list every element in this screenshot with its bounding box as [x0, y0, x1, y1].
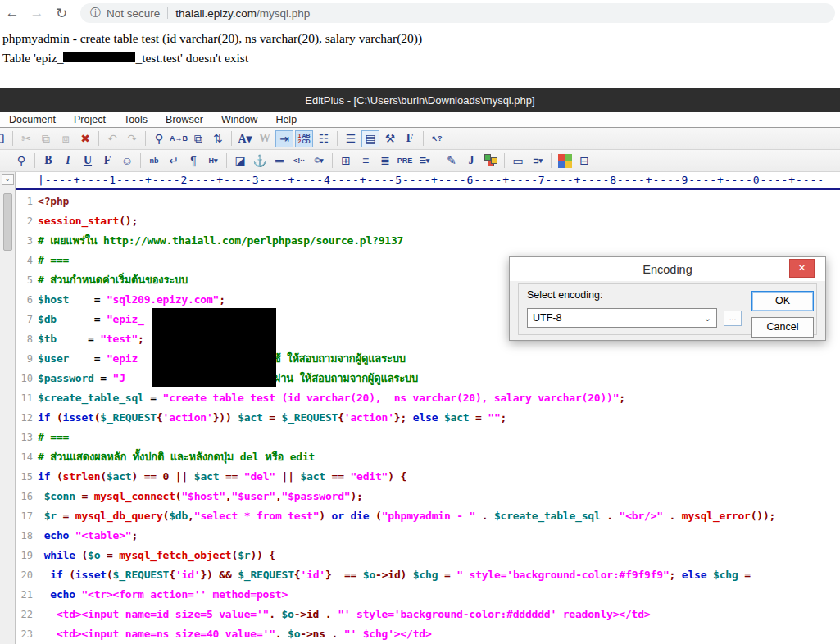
menu-window[interactable]: Window: [212, 114, 266, 125]
center-align-icon[interactable]: ≡: [356, 152, 375, 170]
code-line[interactable]: 12if (isset($_REQUEST{'action'})) $act =…: [16, 408, 840, 428]
code-line[interactable]: 2session_start();: [16, 211, 840, 231]
back-icon[interactable]: ←: [0, 5, 25, 21]
right-align-icon[interactable]: ≣: [376, 152, 394, 170]
code-line[interactable]: 17 $r = mysql_db_query($db,"select * fro…: [16, 506, 840, 526]
fullscreen-icon[interactable]: F: [401, 130, 419, 147]
replace-icon[interactable]: A→B: [170, 130, 188, 147]
encoding-select[interactable]: UTF-8 ⌄: [527, 308, 717, 328]
code-line[interactable]: 15if (strlen($act) == 0 || $act == "del"…: [16, 467, 840, 487]
paste-icon[interactable]: ⧈: [57, 130, 75, 147]
function-list-icon[interactable]: ☷: [315, 130, 333, 147]
code-line[interactable]: 19 while ($o = mysql_fetch_object($r)) {: [16, 546, 840, 565]
objects-icon[interactable]: [482, 152, 500, 170]
copyright-icon[interactable]: ©▾: [310, 152, 328, 170]
close-icon[interactable]: ✕: [789, 259, 815, 278]
refresh-icon[interactable]: ↻: [49, 5, 74, 22]
hr-icon[interactable]: ═: [270, 152, 288, 170]
list-icon[interactable]: ☰▾: [415, 152, 434, 170]
code-line[interactable]: 23 <td><input name=ns size=40 value='". …: [16, 624, 840, 644]
code-line[interactable]: 21 echo "<tr><form action='' method=post…: [16, 585, 840, 605]
script-icon[interactable]: ✎: [443, 152, 461, 170]
code-line[interactable]: 22 <td><input name=id size=5 value='". $…: [16, 605, 840, 624]
code-text: # เผยแพร่ใน http://www.thaiall.com/perlp…: [38, 231, 403, 251]
pre-icon[interactable]: PRE: [396, 152, 414, 170]
font-icon[interactable]: A▾: [236, 130, 254, 147]
column-ruler: |----+----1----+----2----+----3----+----…: [16, 172, 840, 190]
menu-document[interactable]: Document: [0, 114, 65, 125]
code-line[interactable]: 13# ===: [16, 428, 840, 447]
code-line[interactable]: 3# เผยแพร่ใน http://www.thaiall.com/perl…: [16, 231, 840, 251]
line-number: 5: [16, 270, 33, 290]
url-bar[interactable]: ⓘ Not secure thaiall.epizy.com/mysql.php: [80, 3, 835, 23]
toolbar-separator: [438, 153, 438, 168]
cut-icon[interactable]: ✂: [17, 130, 35, 147]
nbsp-icon[interactable]: nb: [145, 152, 163, 170]
ok-button[interactable]: OK: [751, 291, 814, 311]
font-tag-icon[interactable]: F: [98, 152, 116, 170]
more-button[interactable]: ...: [724, 311, 742, 326]
line-number: 17: [16, 506, 33, 526]
user-toolbar-icon[interactable]: ⚒: [381, 130, 399, 147]
code-line[interactable]: 10$password = "Jผ่าน ให้สอบถามจากผู้ดูแล…: [16, 369, 840, 388]
encoding-dialog: Encoding ✕ Select encoding: UTF-8 ⌄ ... …: [509, 256, 826, 341]
toolbar-separator: [231, 131, 232, 146]
code-line[interactable]: 11$create_table_sql = "create table test…: [16, 388, 840, 408]
forward-icon[interactable]: →: [25, 5, 49, 21]
image-icon[interactable]: ◪: [231, 152, 249, 170]
table-icon[interactable]: ⊞: [337, 152, 355, 170]
code-text: # ส่วนกำหนดค่าเริ่มต้นของระบบ: [38, 270, 188, 290]
emoticon-icon[interactable]: ☺: [118, 152, 136, 170]
scrollbar-thumb[interactable]: [3, 193, 12, 251]
code-text: session_start();: [38, 211, 138, 231]
redo-icon[interactable]: ↷: [123, 130, 141, 147]
folder-icon[interactable]: ▭: [509, 152, 527, 170]
bold-icon[interactable]: B: [39, 152, 57, 170]
find-icon[interactable]: ⚲: [150, 130, 168, 147]
italic-icon[interactable]: I: [59, 152, 77, 170]
line-number: 15: [16, 467, 33, 487]
code-line[interactable]: 9$user = "epizช้ ให้สอบถามจากผู้ดูแลระบบ: [16, 349, 840, 369]
code-line[interactable]: 14# ส่วนแสดงผลหลัก ทั้งปกติ และหลังกดปุ่…: [16, 447, 840, 467]
cliptext-dropdown-icon[interactable]: ⌄: [2, 174, 14, 185]
dialog-title-bar[interactable]: Encoding ✕: [510, 257, 825, 281]
underline-icon[interactable]: U: [79, 152, 97, 170]
code-line[interactable]: 20 if (isset($_REQUEST{'id'}) && $_REQUE…: [16, 565, 840, 585]
word-wrap-icon[interactable]: W: [256, 130, 274, 147]
sort-icon[interactable]: ⇅: [209, 130, 227, 147]
browser-window-icon[interactable]: [556, 152, 574, 170]
menu-browser[interactable]: Browser: [157, 114, 212, 125]
delete-icon[interactable]: ✖: [76, 130, 94, 147]
paragraph-icon[interactable]: ¶: [184, 152, 202, 170]
code-line[interactable]: 1<?php: [16, 192, 840, 211]
javascript-icon[interactable]: J: [462, 152, 480, 170]
browser-preview-icon[interactable]: ⚲: [12, 152, 30, 170]
code-text: <?php: [38, 192, 69, 211]
line-break-icon[interactable]: ↵: [165, 152, 183, 170]
cancel-button[interactable]: Cancel: [751, 317, 814, 338]
heading-icon[interactable]: H▾: [204, 152, 222, 170]
menu-tools[interactable]: Tools: [115, 114, 157, 125]
comment-icon[interactable]: <!··: [290, 152, 308, 170]
frames-icon[interactable]: ⊟: [575, 152, 593, 170]
anchor-icon[interactable]: ⚓: [251, 152, 269, 170]
line-number-icon[interactable]: 1AB2CD: [295, 130, 313, 147]
info-icon[interactable]: ⓘ: [90, 6, 101, 20]
menu-help[interactable]: Help: [266, 114, 306, 125]
wrap-indicator-icon[interactable]: ⇥: [275, 130, 293, 147]
sidebar-icon[interactable]: ▤: [361, 130, 379, 147]
new-document-icon[interactable]: ❏: [0, 130, 8, 147]
copy-icon[interactable]: ⧉: [37, 130, 55, 147]
editplus-title-bar[interactable]: EditPlus - [C:\Users\burin\Downloads\mys…: [0, 88, 840, 112]
line-number: 21: [16, 585, 33, 605]
context-help-icon[interactable]: ↖?: [428, 130, 446, 147]
code-line[interactable]: 16 $conn = mysql_connect("$host","$user"…: [16, 487, 840, 506]
tag-select-icon[interactable]: ⊐▾: [529, 152, 547, 170]
code-line[interactable]: 18 echo "<table>";: [16, 526, 840, 546]
menu-project[interactable]: Project: [65, 114, 115, 125]
page-line-2: Table 'epiz__test.test' doesn't exist: [2, 46, 840, 66]
output-window-icon[interactable]: ☰: [342, 130, 360, 147]
cliptext-strip: ⌄: [0, 172, 16, 644]
copy-all-icon[interactable]: ⧉: [189, 130, 207, 147]
undo-icon[interactable]: ↶: [103, 130, 121, 147]
